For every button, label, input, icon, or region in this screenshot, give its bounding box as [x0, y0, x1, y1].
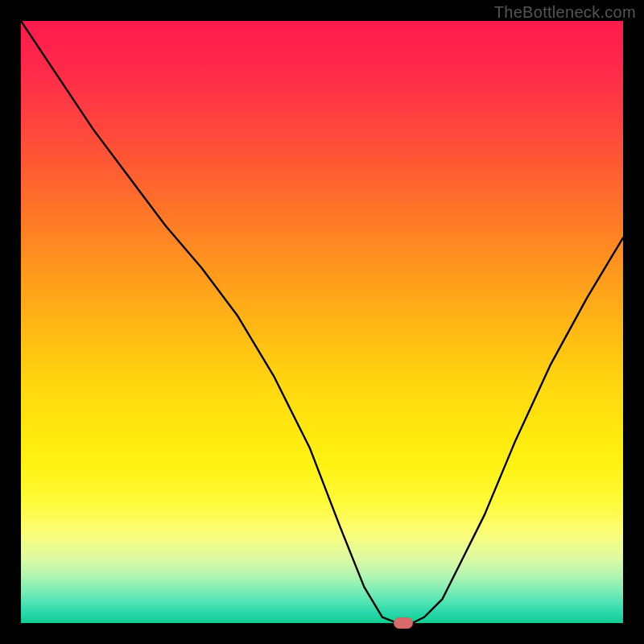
chart-frame: TheBottleneck.com: [0, 0, 644, 644]
optimum-marker: [394, 617, 413, 629]
plot-area: [21, 21, 623, 623]
watermark-text: TheBottleneck.com: [494, 3, 636, 22]
bottleneck-curve: [21, 21, 623, 623]
